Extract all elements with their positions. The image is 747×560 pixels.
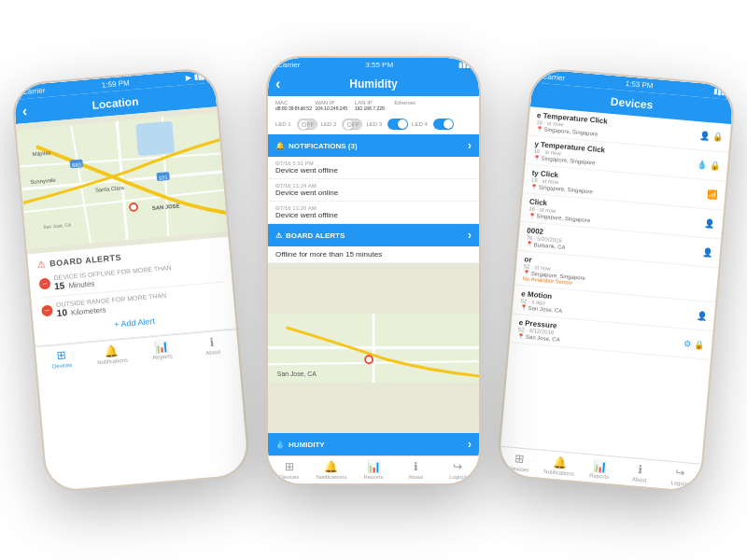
- tab-notifications-left[interactable]: 🔔 Notifications: [86, 343, 138, 367]
- device-icons-8: ⚙ 🔒: [684, 339, 705, 350]
- tab-logout-label-center: Logout: [449, 474, 466, 480]
- humidity-section-header[interactable]: 💧 HUMIDITY: [268, 433, 479, 455]
- eth-header: Ethernet: [394, 100, 431, 105]
- notif-icon-center: 🔔: [324, 460, 338, 473]
- board-alerts-header-center[interactable]: ⚠ BOARD ALERTS: [268, 224, 479, 246]
- tab-devices-right[interactable]: ⊞ Devices: [499, 451, 541, 474]
- tab-notif-label-right: Notifications: [543, 469, 574, 477]
- phone-left: Carrier 1:59 PM ▶ ▮▮▮ ‹ Location: [10, 66, 251, 493]
- time-left: 1:59 PM: [102, 78, 130, 90]
- tab-logout-label-right: Logout: [670, 480, 688, 487]
- svg-rect-7: [135, 121, 175, 157]
- lock-icon-1: 🔒: [712, 132, 723, 142]
- tab-about-right[interactable]: ℹ About: [619, 461, 661, 484]
- led1-label: LED 1: [275, 121, 291, 127]
- board-alerts-chevron: [468, 229, 472, 242]
- led4-toggle[interactable]: [433, 119, 454, 130]
- about-icon-left: ℹ: [209, 335, 215, 348]
- tab-about-left[interactable]: ℹ About: [187, 333, 239, 357]
- svg-text:101: 101: [159, 175, 168, 181]
- map-left[interactable]: Milpitas Sunnyvale Santa Clara SAN JOSE …: [16, 106, 228, 254]
- notif-item-2: 6/7/16 11:24 AM Device went online: [268, 179, 479, 202]
- gear-icon-8: ⚙: [684, 339, 692, 349]
- humidity-chevron: [468, 438, 472, 451]
- svg-text:880: 880: [72, 161, 82, 168]
- notifications-icon-center: 🔔: [275, 142, 285, 150]
- logout-icon-right: ↪: [675, 466, 685, 480]
- board-alerts-title-center: BOARD ALERTS: [286, 231, 345, 240]
- tab-reports-center[interactable]: 📊 Reports: [352, 460, 394, 480]
- devices-icon-left: ⊞: [56, 348, 66, 362]
- board-alert-text-center: Offline for more than 15 minutes: [268, 246, 479, 263]
- tab-logout-right[interactable]: ↪ Logout: [659, 465, 701, 488]
- logout-icon-center: ↪: [453, 460, 462, 473]
- back-button-center[interactable]: ‹: [275, 76, 280, 92]
- led2-toggle[interactable]: OFF: [342, 119, 362, 130]
- tab-reports-left[interactable]: 📊 Reports: [136, 338, 189, 362]
- tab-devices-center[interactable]: ⊞ Devices: [268, 460, 310, 480]
- reports-icon-left: 📊: [154, 340, 169, 354]
- tab-logout-center[interactable]: ↪ Logout: [437, 460, 479, 480]
- notif-item-1: 6/7/16 5:31 PM Device went offline: [268, 157, 479, 179]
- notif-text-3: Device went offline: [275, 211, 472, 219]
- tab-notifications-right[interactable]: 🔔 Notifications: [539, 455, 581, 478]
- tab-about-center[interactable]: ℹ About: [395, 460, 437, 480]
- map-center-small[interactable]: San Jose, CA: [268, 263, 479, 433]
- lan-val: 192.168.7.228: [355, 105, 392, 111]
- device-icons-5: 👤: [702, 247, 713, 258]
- device-icons-4: 👤: [704, 218, 715, 229]
- alert-value-2: 10: [56, 307, 67, 318]
- board-alerts-section-left: ⚠ BOARD ALERTS DEVICE IS OFFLINE FOR MOR…: [27, 237, 236, 346]
- notif-item-3: 6/7/16 11:20 AM Device went offline: [268, 202, 479, 224]
- tab-reports-label-right: Reports: [589, 472, 609, 480]
- led3-toggle[interactable]: [388, 119, 408, 130]
- scene: Carrier 1:59 PM ▶ ▮▮▮ ‹ Location: [0, 0, 747, 560]
- tab-reports-label-left: Reports: [153, 353, 173, 360]
- carrier-center: Carrier: [277, 61, 300, 69]
- tab-bar-center: ⊞ Devices 🔔 Notifications 📊 Reports ℹ Ab…: [268, 455, 479, 483]
- device-icons-3: 📶: [707, 189, 718, 200]
- alert-value-1: 15: [54, 280, 65, 291]
- lock-icon-2: 🔒: [710, 161, 721, 171]
- nav-bar-center: ‹ Humidity: [268, 72, 479, 96]
- tab-reports-label-center: Reports: [364, 474, 384, 480]
- alert-icon-left: ⚠: [37, 259, 47, 270]
- devices-list: e Temperature Click 16 · st now 📍 Singap…: [500, 106, 731, 463]
- svg-text:San Jose, CA: San Jose, CA: [277, 371, 317, 377]
- tab-notifications-center[interactable]: 🔔 Notifications: [310, 460, 352, 480]
- device-icons-7: 👤: [697, 311, 708, 321]
- led2-label: LED 2: [321, 121, 337, 127]
- tab-about-label-right: About: [632, 476, 647, 483]
- back-button-left[interactable]: ‹: [21, 103, 28, 119]
- tab-devices-label-right: Devices: [509, 466, 529, 473]
- svg-point-25: [366, 357, 372, 362]
- device-icons-2: 💧 🔒: [697, 160, 721, 171]
- board-alerts-title-left: BOARD ALERTS: [49, 252, 122, 268]
- person-icon-1: 👤: [698, 131, 710, 141]
- tab-notifications-label-left: Notifications: [97, 357, 128, 366]
- reports-icon-right: 📊: [592, 459, 607, 473]
- devices-icon-right: ⊞: [514, 452, 525, 466]
- mac-val: d8:80:39:8f:d6:52: [275, 105, 313, 111]
- signal-center: ▮▮▮: [458, 61, 470, 69]
- led4-label: LED 4: [412, 121, 428, 127]
- reports-icon-center: 📊: [367, 460, 381, 473]
- droplet-icon-2: 💧: [697, 160, 708, 170]
- status-bar-center: Carrier 3:55 PM ▮▮▮: [268, 58, 479, 72]
- notif-icon-right: 🔔: [552, 455, 567, 469]
- tab-devices-left[interactable]: ⊞ Devices: [35, 346, 88, 371]
- time-right: 1:53 PM: [625, 79, 653, 91]
- alert-unit-2: Kilometers: [71, 305, 106, 316]
- person-icon-5: 👤: [702, 247, 713, 258]
- led1-toggle[interactable]: OFF: [297, 119, 317, 130]
- notifications-chevron: [468, 139, 472, 152]
- notifications-header-center[interactable]: 🔔 NOTIFICATIONS (3): [268, 134, 479, 157]
- wifi-icon-3: 📶: [707, 189, 718, 200]
- tab-about-label-left: About: [205, 349, 220, 356]
- tab-reports-right[interactable]: 📊 Reports: [579, 457, 621, 481]
- device-icons-1: 👤 🔒: [698, 131, 723, 142]
- humidity-icon: 💧: [275, 441, 285, 449]
- alert-dot-1: [39, 278, 51, 290]
- carrier-right: Carrier: [542, 72, 565, 82]
- alert-unit-1: Minutes: [68, 279, 95, 289]
